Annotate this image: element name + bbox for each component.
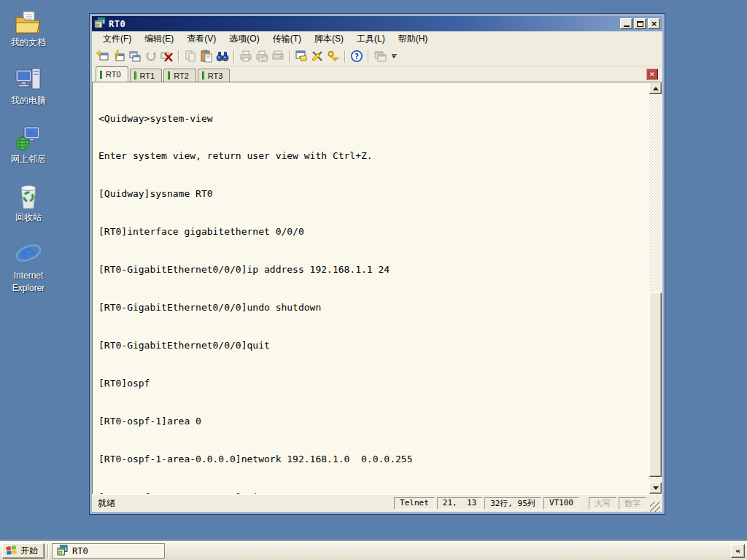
- menu-transfer[interactable]: 传输(T): [266, 31, 308, 47]
- recycle-bin-icon: [15, 181, 42, 210]
- tab-close-button[interactable]: ✕: [646, 69, 658, 79]
- scroll-up-button[interactable]: [649, 82, 662, 94]
- status-ready-text: 就绪: [98, 497, 392, 510]
- terminal-pane: <Quidway>system-view Enter system view, …: [92, 82, 662, 494]
- minimize-button[interactable]: [620, 18, 632, 29]
- chevron-down-icon: [392, 55, 396, 58]
- arrow-down-icon: [653, 486, 659, 490]
- connect-icon[interactable]: [111, 49, 127, 64]
- status-cursor-position: 21, 13: [437, 497, 482, 510]
- menu-script[interactable]: 脚本(S): [308, 31, 350, 47]
- tab-rt1[interactable]: RT1: [130, 69, 163, 82]
- maximize-button[interactable]: [634, 18, 646, 29]
- window-titlebar[interactable]: RT0 ×: [92, 16, 662, 31]
- terminal-line: [RT0-ospf-1]area 0: [98, 415, 648, 427]
- close-icon: ✕: [649, 71, 655, 78]
- session-connected-icon: [202, 71, 204, 79]
- status-emulation: VT100: [543, 497, 579, 510]
- menu-help[interactable]: 帮助(H): [392, 31, 435, 47]
- terminal-output[interactable]: <Quidway>system-view Enter system view, …: [93, 82, 649, 494]
- session-options-icon[interactable]: [293, 49, 309, 64]
- my-computer-icon: [15, 64, 42, 93]
- toolbar-separator: [178, 50, 179, 63]
- desktop-icon-my-documents[interactable]: 我的文档: [0, 6, 57, 64]
- tray-collapse-button[interactable]: «: [731, 544, 745, 558]
- terminal-line: [RT0]interface gigabitethernet 0/0/0: [98, 225, 648, 238]
- scroll-down-button[interactable]: [649, 482, 662, 494]
- terminal-line: [RT0-GigabitEthernet0/0/0]ip address 192…: [98, 263, 648, 276]
- find-icon[interactable]: [214, 49, 231, 64]
- maximize-icon: [637, 21, 643, 27]
- desktop-icon-recycle-bin[interactable]: 回收站: [0, 181, 57, 239]
- arrange-windows-icon: [372, 49, 388, 64]
- desktop-icon-internet-explorer[interactable]: e Internet Explorer: [0, 239, 57, 298]
- desktop-icon-label: Explorer: [12, 283, 45, 293]
- menu-tools[interactable]: 工具(L): [350, 31, 392, 47]
- tab-rt3[interactable]: RT3: [198, 69, 231, 82]
- copy-icon: [182, 49, 198, 64]
- session-connected-icon: [134, 71, 136, 79]
- desktop-icon-label: 我的文档: [11, 37, 46, 47]
- terminal-line: Enter system view, return user view with…: [98, 149, 648, 162]
- menu-bar: 文件(F) 编辑(E) 查看(V) 选项(O) 传输(T) 脚本(S) 工具(L…: [92, 31, 662, 47]
- status-protocol: Telnet: [394, 497, 435, 510]
- toolbar-separator: [368, 50, 369, 63]
- tab-label: RT1: [140, 71, 155, 80]
- taskbar: 开始 RT0 «: [0, 541, 747, 560]
- tab-label: RT3: [208, 71, 223, 80]
- connect-in-tab-icon[interactable]: [127, 49, 143, 64]
- desktop-icon-my-computer[interactable]: 我的电脑: [0, 64, 57, 122]
- desktop-icon-label: Internet: [14, 271, 44, 281]
- scrollbar-thumb[interactable]: [649, 292, 662, 478]
- network-places-icon: [15, 122, 42, 152]
- close-button[interactable]: ×: [648, 18, 660, 29]
- tab-rt2[interactable]: RT2: [163, 69, 196, 82]
- menu-file[interactable]: 文件(F): [96, 31, 138, 47]
- vertical-scrollbar[interactable]: [649, 82, 662, 494]
- menu-edit[interactable]: 编辑(E): [138, 31, 180, 47]
- window-title: RT0: [109, 19, 620, 29]
- print-selection-icon: [254, 49, 270, 64]
- paste-icon[interactable]: [198, 49, 214, 64]
- terminal-line: [RT0]ospf: [98, 377, 648, 389]
- desktop-icon-network-places[interactable]: 网上邻居: [0, 122, 57, 181]
- toolbar-separator: [233, 50, 235, 63]
- desktop-icon-label: 回收站: [15, 212, 42, 222]
- keymap-icon[interactable]: [325, 49, 341, 64]
- terminal-line: [RT0-ospf-1-area-0.0.0.0]quit: [98, 491, 648, 494]
- overflow-bar: [392, 54, 397, 55]
- start-button[interactable]: 开始: [2, 543, 44, 559]
- menu-options[interactable]: 选项(O): [222, 31, 266, 47]
- desktop-icon-column: 我的文档 我的电脑: [0, 6, 57, 298]
- session-tabbar: RT0 RT1 RT2 RT3 ✕: [92, 66, 662, 82]
- app-icon: [57, 545, 68, 558]
- status-caps-indicator: 大写: [589, 497, 616, 510]
- status-bar: 就绪 Telnet 21, 13 32行, 95列 VT100 大写 数字: [92, 494, 662, 512]
- window-controls: ×: [620, 18, 660, 29]
- help-icon[interactable]: ?: [349, 49, 365, 64]
- chevron-left-icon: «: [735, 546, 740, 556]
- close-icon: ×: [651, 20, 657, 28]
- terminal-app-window: RT0 × 文件(F) 编辑(E) 查看(V) 选项(O) 传输(T) 脚本(S…: [89, 13, 665, 515]
- minimize-icon: [624, 26, 630, 27]
- status-terminal-size: 32行, 95列: [484, 497, 541, 510]
- reconnect-icon: [143, 49, 159, 64]
- terminal-line: [RT0-GigabitEthernet0/0/0]undo shutdown: [98, 301, 648, 314]
- desktop-icon-label: 网上邻居: [11, 154, 46, 164]
- global-options-icon[interactable]: [309, 49, 325, 64]
- tab-rt0[interactable]: RT0: [96, 66, 128, 82]
- app-icon[interactable]: [94, 17, 106, 31]
- tab-label: RT2: [174, 71, 189, 80]
- taskbar-button-rt0[interactable]: RT0: [52, 543, 165, 559]
- menu-view[interactable]: 查看(V): [180, 31, 222, 47]
- toolbar-separator: [344, 50, 346, 63]
- session-connected-icon: [100, 71, 102, 79]
- quick-connect-icon[interactable]: [95, 49, 111, 64]
- print-icon: [238, 49, 254, 64]
- toolbar: ?: [92, 47, 662, 66]
- toolbar-overflow-icon[interactable]: [390, 50, 398, 62]
- terminal-line: [RT0-ospf-1-area-0.0.0.0]network 192.168…: [98, 453, 648, 465]
- resize-grip[interactable]: [650, 502, 660, 512]
- disconnect-icon[interactable]: [159, 49, 175, 64]
- toolbar-separator: [289, 50, 290, 63]
